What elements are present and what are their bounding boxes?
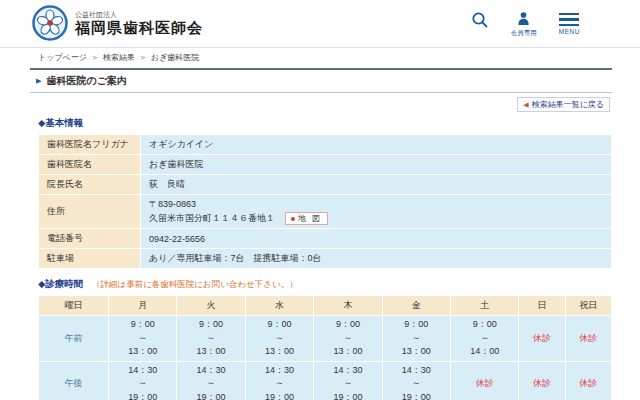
back-arrow-icon: ◀ (523, 101, 528, 109)
hours-heading-text: ◆診療時間 (38, 278, 83, 289)
hours-section: ◆診療時間 （詳細は事前に各歯科医院にお問い合わせ下さい。） 曜日 月 火 水 … (38, 278, 612, 400)
am-thu: 9：00 ～ 13：00 (314, 316, 382, 362)
title-arrow-icon: ▶ (36, 77, 41, 85)
page-title-bar: ▶ 歯科医院のご案内 (30, 68, 612, 93)
person-icon (516, 11, 531, 27)
org-type-label: 公益社団法人 (75, 11, 203, 19)
members-only-button[interactable]: 会員専用 (511, 11, 537, 38)
hamburger-icon (559, 11, 579, 27)
street-address-line: 久留米市国分町１１４６番地１地 図 (149, 212, 603, 226)
page-title: 歯科医院のご案内 (46, 74, 126, 88)
basic-info-table: 歯科医院名フリガナ オギシカイイン 歯科医院名 おぎ歯科医院 院長氏名 荻 良晴… (38, 134, 612, 269)
site-title: 福岡県歯科医師会 (75, 19, 203, 37)
col-holiday: 祝日 (565, 296, 611, 316)
am-label: 午前 (39, 316, 109, 362)
pm-holiday-closed: 休診 (565, 361, 611, 400)
hours-header-row: 曜日 月 火 水 木 金 土 日 祝日 (39, 296, 612, 316)
table-row: 歯科医院名 おぎ歯科医院 (39, 155, 612, 175)
basic-info-section: ◆基本情報 歯科医院名フリガナ オギシカイイン 歯科医院名 おぎ歯科医院 院長氏… (38, 117, 612, 269)
am-sat: 9：00 ～ 14：00 (451, 316, 519, 362)
menu-label: MENU (559, 28, 580, 35)
breadcrumb-home-link[interactable]: トップページ (38, 53, 87, 62)
col-sun: 日 (519, 296, 565, 316)
address-value: 〒839-0863 久留米市国分町１１４６番地１地 図 (141, 195, 612, 229)
pm-label: 午後 (39, 361, 109, 400)
map-pin-icon (291, 217, 295, 221)
pm-tue: 14：30 ～ 19：00 (177, 361, 245, 400)
col-wed: 水 (245, 296, 313, 316)
am-mon: 9：00 ～ 13：00 (109, 316, 177, 362)
director-value: 荻 良晴 (141, 175, 612, 195)
col-mon: 月 (109, 296, 177, 316)
map-button-label: 地 図 (298, 213, 322, 224)
members-only-label: 会員専用 (511, 29, 537, 38)
table-row: 歯科医院名フリガナ オギシカイイン (39, 135, 612, 155)
col-day: 曜日 (39, 296, 109, 316)
hours-note: （詳細は事前に各歯科医院にお問い合わせ下さい。） (92, 279, 298, 289)
pm-sat-closed: 休診 (451, 361, 519, 400)
clinic-name-value: おぎ歯科医院 (141, 155, 612, 175)
parking-value: あり／専用駐車場：7台 提携駐車場：0台 (141, 249, 612, 269)
back-link-label: 検索結果一覧に戻る (532, 99, 604, 110)
pm-sun-closed: 休診 (519, 361, 565, 400)
basic-info-heading: ◆基本情報 (38, 117, 612, 130)
pm-thu: 14：30 ～ 19：00 (314, 361, 382, 400)
table-row: 住所 〒839-0863 久留米市国分町１１４６番地１地 図 (39, 195, 612, 229)
am-sun-closed: 休診 (519, 316, 565, 362)
table-row: 電話番号 0942-22-5656 (39, 229, 612, 249)
map-button[interactable]: 地 図 (285, 212, 328, 225)
table-row: 駐車場 あり／専用駐車場：7台 提携駐車場：0台 (39, 249, 612, 269)
address-label: 住所 (39, 195, 141, 229)
pm-mon: 14：30 ～ 19：00 (109, 361, 177, 400)
director-label: 院長氏名 (39, 175, 141, 195)
col-fri: 金 (382, 296, 450, 316)
am-holiday-closed: 休診 (565, 316, 611, 362)
street-address: 久留米市国分町１１４６番地１ (149, 213, 275, 223)
parking-label: 駐車場 (39, 249, 141, 269)
am-fri: 9：00 ～ 13：00 (382, 316, 450, 362)
menu-button[interactable]: MENU (559, 11, 580, 36)
postal-code: 〒839-0863 (149, 198, 603, 212)
breadcrumb-separator: ＞ (139, 53, 147, 62)
pm-wed: 14：30 ～ 19：00 (245, 361, 313, 400)
furigana-value: オギシカイイン (141, 135, 612, 155)
clinic-name-label: 歯科医院名 (39, 155, 141, 175)
site-header: 公益社団法人 福岡県歯科医師会 会員専用 MENU (0, 0, 640, 48)
col-sat: 土 (451, 296, 519, 316)
pm-fri: 14：30 ～ 19：00 (382, 361, 450, 400)
phone-value: 0942-22-5656 (141, 229, 612, 249)
site-logo-block[interactable]: 公益社団法人 福岡県歯科医師会 (32, 5, 203, 43)
furigana-label: 歯科医院名フリガナ (39, 135, 141, 155)
hours-heading: ◆診療時間 （詳細は事前に各歯科医院にお問い合わせ下さい。） (38, 278, 612, 291)
am-tue: 9：00 ～ 13：00 (177, 316, 245, 362)
search-icon (471, 11, 489, 30)
hours-am-row: 午前 9：00 ～ 13：00 9：00 ～ 13：00 9：00 ～ 13：0… (39, 316, 612, 362)
col-thu: 木 (314, 296, 382, 316)
breadcrumb-search-results-link[interactable]: 検索結果 (103, 53, 135, 62)
back-link-row: ◀ 検索結果一覧に戻る (30, 97, 610, 112)
hours-table: 曜日 月 火 水 木 金 土 日 祝日 午前 9：00 ～ 13：00 9：00… (38, 295, 612, 400)
association-logo-icon (32, 5, 68, 43)
hours-pm-row: 午後 14：30 ～ 19：00 14：30 ～ 19：00 14：30 ～ 1… (39, 361, 612, 400)
search-button[interactable] (471, 11, 489, 30)
col-tue: 火 (177, 296, 245, 316)
header-actions: 会員専用 MENU (471, 11, 580, 38)
back-to-results-link[interactable]: ◀ 検索結果一覧に戻る (517, 97, 610, 112)
table-row: 院長氏名 荻 良晴 (39, 175, 612, 195)
breadcrumb-current: おぎ歯科医院 (151, 53, 199, 62)
breadcrumb-separator: ＞ (91, 53, 99, 62)
breadcrumb: トップページ＞検索結果＞おぎ歯科医院 (0, 48, 640, 67)
phone-label: 電話番号 (39, 229, 141, 249)
am-wed: 9：00 ～ 13：00 (245, 316, 313, 362)
